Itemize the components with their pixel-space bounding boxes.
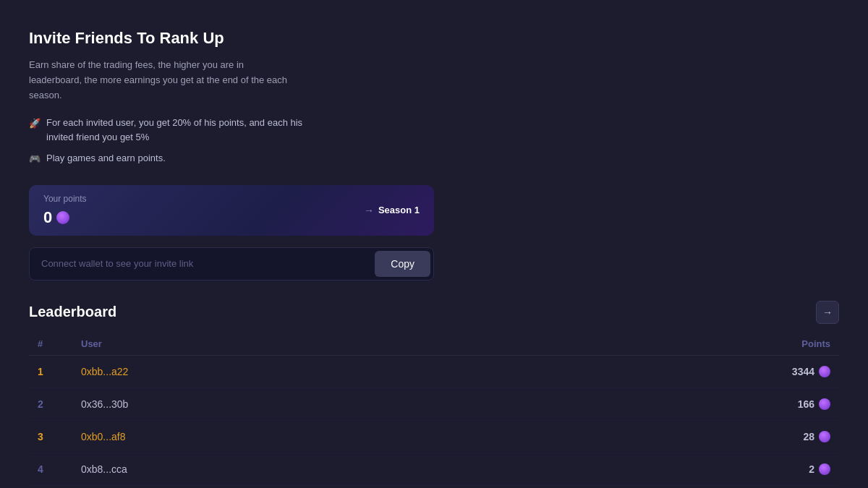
leaderboard-arrow-button[interactable]: → [816,301,839,324]
info-text-1: For each invited user, you get 20% of hi… [46,116,304,144]
gem-icon [819,463,830,475]
gem-icon [819,398,830,410]
season-info: → Season 1 [364,205,420,216]
season-arrow-icon: → [364,205,374,216]
info-item-2: 🎮 Play games and earn points. [29,151,304,166]
points-label: Your points [43,194,87,204]
copy-button[interactable]: Copy [375,251,430,277]
gem-icon [819,431,830,442]
page-title: Invite Friends To Rank Up [29,29,839,48]
table-row: 1 0xbb...a22 3344 [29,356,839,388]
row-points: 166 [798,398,830,410]
leaderboard-title: Leaderboard [29,304,116,320]
info-text-2: Play games and earn points. [46,151,166,166]
season-label: Season 1 [378,205,420,215]
row-rank: 1 [38,366,81,377]
info-item-1: 🚀 For each invited user, you get 20% of … [29,116,304,144]
leaderboard-header-row: Leaderboard → [29,301,839,324]
row-points: 28 [803,431,830,442]
invite-link-placeholder: Connect wallet to see your invite link [41,258,375,269]
col-header-points: Points [801,338,830,349]
table-row: 2 0x36...30b 166 [29,388,839,421]
row-points: 2 [809,463,830,475]
row-user: 0xbb...a22 [81,366,792,377]
row-rank: 3 [38,431,81,442]
table-row: 4 0xb8...cca 2 [29,453,839,486]
row-user: 0x36...30b [81,398,798,410]
gem-icon [56,211,69,224]
points-left: Your points 0 [43,194,87,227]
col-header-rank: # [38,338,81,349]
table-row: 3 0xb0...af8 28 [29,421,839,453]
game-icon: 🎮 [29,152,41,166]
points-value-row: 0 [43,208,87,227]
page-container: Invite Friends To Rank Up Earn share of … [0,0,868,488]
row-user: 0xb0...af8 [81,431,803,442]
row-points: 3344 [792,366,830,377]
row-rank: 2 [38,398,81,410]
invite-link-row: Connect wallet to see your invite link C… [29,247,434,281]
col-header-user: User [81,338,801,349]
row-user: 0xb8...cca [81,463,809,475]
gem-icon [819,366,830,377]
description-text: Earn share of the trading fees, the high… [29,58,289,103]
row-rank: 4 [38,463,81,475]
points-card: Your points 0 → Season 1 [29,185,434,236]
table-header: # User Points [29,333,839,356]
rocket-icon: 🚀 [29,116,41,131]
leaderboard-body: 1 0xbb...a22 3344 2 0x36...30b 166 3 0xb… [29,356,839,486]
points-value: 0 [43,208,52,227]
